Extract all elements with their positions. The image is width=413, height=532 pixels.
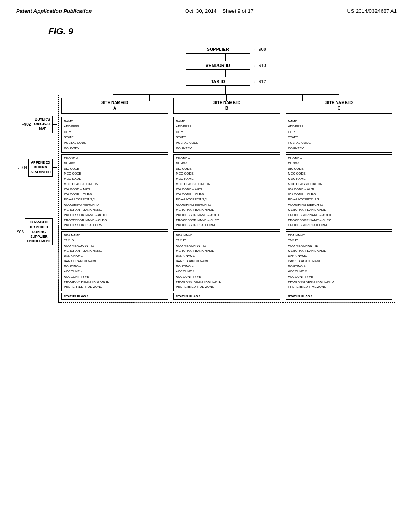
supplier-ref: ← 908 [252, 46, 266, 52]
publication-label: Patent Application Publication [16, 8, 92, 14]
header: Patent Application Publication Oct. 30, … [16, 8, 397, 14]
col-b-header: SITE NAME/IDB [173, 98, 280, 114]
label-904-ref: ⌐904 [18, 166, 27, 170]
header-sheet: Sheet 9 of 17 [222, 8, 253, 14]
label-902-box: BUYER'SORIGINALMVF [32, 116, 53, 133]
col-c-section2: PHONE # DUNS# SIC CODE MCC CODE MCC NAME… [286, 154, 392, 230]
label-906-row: ⌐906 CHANGEDOR ADDEDDURINGSUPPLIERENROLL… [15, 218, 57, 245]
connector-902 [53, 124, 57, 125]
diagram: SUPPLIER ← 908 VENDOR ID ← 910 [16, 45, 395, 303]
tax-row: TAX ID ← 912 [186, 77, 266, 86]
col-a-header: SITE NAME/IDA [61, 98, 168, 114]
fig-label: FIG. 9 [48, 26, 397, 37]
col-c-section1: NAME ADDRESS CITY STATE POSTAL CODE COUN… [286, 117, 392, 153]
label-902-row: ⌐902 BUYER'SORIGINALMVF [22, 116, 57, 133]
col-a-section4: STATUS FLAG * [61, 293, 168, 300]
col-b: SITE NAME/IDB NAME ADDRESS CITY STATE PO… [171, 95, 283, 303]
h-spread-line [113, 94, 339, 95]
col-b-section3: DBA NAME TAX ID ACQ MERCHANT ID MERCHANT… [173, 231, 280, 291]
tick-right [302, 94, 303, 101]
vendor-box: VENDOR ID [186, 61, 250, 70]
patent-number: US 2014/0324687 A1 [347, 8, 397, 14]
supplier-ref-num: 908 [259, 47, 266, 52]
label-902-container: ⌐902 [22, 122, 32, 127]
tax-box: TAX ID [186, 77, 250, 86]
col-b-section2: PHONE # DUNS# SIC CODE MCC CODE MCC NAME… [173, 154, 280, 230]
connector-v3 [225, 86, 226, 94]
header-left: Patent Application Publication [16, 8, 92, 14]
left-labels-area: ⌐902 BUYER'SORIGINALMVF ⌐904 APPENDEDDUR… [16, 95, 58, 303]
header-right: US 2014/0324687 A1 [347, 8, 397, 14]
page: Patent Application Publication Oct. 30, … [0, 0, 413, 532]
col-b-section1: NAME ADDRESS CITY STATE POSTAL CODE COUN… [173, 117, 280, 153]
supplier-label: SUPPLIER [207, 47, 229, 52]
col-b-section4: STATUS FLAG * [173, 293, 280, 300]
vendor-ref-num: 910 [259, 63, 266, 68]
connector-904 [53, 167, 57, 168]
tick-left [149, 94, 150, 101]
header-date: Oct. 30, 2014 [185, 8, 217, 14]
col-c-section3: DBA NAME TAX ID ACQ MERCHANT ID MERCHANT… [286, 231, 392, 291]
col-a-section3: DBA NAME TAX ID ACQ MERCHANT ID MERCHANT… [61, 231, 168, 291]
label-906-box: CHANGEDOR ADDEDDURINGSUPPLIERENROLLMENT [25, 218, 53, 245]
supplier-box: SUPPLIER [186, 45, 250, 54]
connector-v2 [225, 70, 226, 77]
label-904-box: APPENDEDDURINGALM MATCH [28, 159, 53, 177]
col-c-section4: STATUS FLAG * [286, 293, 392, 300]
connector-v1 [225, 54, 226, 61]
col-c: SITE NAME/IDC NAME ADDRESS CITY STATE PO… [283, 95, 395, 303]
tax-ref: ← 912 [252, 79, 266, 85]
vendor-label: VENDOR ID [206, 63, 230, 68]
header-center: Oct. 30, 2014 Sheet 9 of 17 [185, 8, 254, 14]
label-906-ref: ⌐906 [15, 230, 24, 234]
col-c-header: SITE NAME/IDC [286, 98, 392, 114]
label-904-row: ⌐904 APPENDEDDURINGALM MATCH [18, 159, 57, 177]
col-a-section1: NAME ADDRESS CITY STATE POSTAL CODE COUN… [61, 117, 168, 153]
tax-label: TAX ID [211, 79, 225, 84]
vendor-ref: ← 910 [252, 62, 266, 69]
tick-center [226, 94, 227, 101]
label-902-ref: ⌐902 [22, 122, 31, 127]
columns-container: SITE NAME/IDA NAME ADDRESS CITY STATE PO… [58, 95, 395, 303]
tax-ref-num: 912 [259, 79, 266, 84]
col-a-section2: PHONE # DUNS# SIC CODE MCC CODE MCC NAME… [61, 154, 168, 230]
connector-906 [53, 232, 57, 233]
main-area: ⌐902 BUYER'SORIGINALMVF ⌐904 APPENDEDDUR… [16, 95, 395, 303]
supplier-row: SUPPLIER ← 908 [186, 45, 266, 54]
col-a: SITE NAME/IDA NAME ADDRESS CITY STATE PO… [58, 95, 171, 303]
vendor-row: VENDOR ID ← 910 [186, 61, 266, 70]
